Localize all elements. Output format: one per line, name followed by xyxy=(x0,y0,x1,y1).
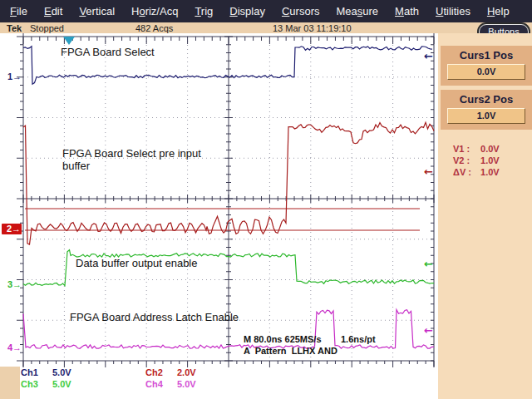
channel-scale-2: 2.0V xyxy=(177,367,196,377)
v1-label: V1 : xyxy=(453,143,478,155)
channel-readout-label-4: Ch4 xyxy=(145,379,163,389)
channel-marker-4[interactable]: 4→ xyxy=(0,342,22,353)
menu-item-vertical[interactable]: Vertical xyxy=(71,5,123,17)
resolution-readout: 1.6ns/pt xyxy=(341,334,376,344)
channel-scale-4: 5.0V xyxy=(177,379,196,389)
v2-label: V2 : xyxy=(453,155,478,166)
oscilloscope-app: FileEditVerticalHoriz/AcqTrigDisplayCurs… xyxy=(0,0,532,399)
side-panel: Curs1 Pos 0.0V Curs2 Pos 1.0V V1 : 0.0V … xyxy=(438,33,532,399)
edge-arrow-2: ← xyxy=(424,165,433,178)
cursor2-control: Curs2 Pos 1.0V xyxy=(441,90,532,130)
menu-item-math[interactable]: Math xyxy=(387,5,427,17)
trigger-position-marker[interactable] xyxy=(63,37,75,45)
cursor1-control: Curs1 Pos 0.0V xyxy=(441,46,532,86)
menu-item-cursors[interactable]: Cursors xyxy=(273,5,328,17)
trace-label-3: Data buffer output enable xyxy=(76,257,198,269)
channel-marker-3[interactable]: 3→ xyxy=(0,279,22,290)
cursor1-value-button[interactable]: 0.0V xyxy=(447,64,525,80)
channel-scale-1: 5.0V xyxy=(52,367,71,377)
v1-value: 0.0V xyxy=(480,143,500,155)
status-bar: Tek Stopped 482 Acqs 13 Mar 03 11:19:10 xyxy=(0,22,532,34)
cursor-v2-row: V2 : 1.0V xyxy=(453,155,500,166)
dv-value: 1.0V xyxy=(480,166,500,178)
datetime-label: 13 Mar 03 11:19:10 xyxy=(273,23,352,33)
cursor-readout: V1 : 0.0V V2 : 1.0V ΔV : 1.0V xyxy=(453,143,500,178)
waveform-display: ←←←← xyxy=(0,33,438,399)
menu-item-help[interactable]: Help xyxy=(479,5,518,17)
menu-item-horizacq[interactable]: Horiz/Acq xyxy=(123,5,186,17)
dv-label: ΔV : xyxy=(453,166,478,178)
timebase-readout: M 80.0ns 625MS/s xyxy=(244,334,322,344)
edge-arrow-3: ← xyxy=(424,258,433,270)
v2-value: 1.0V xyxy=(480,155,500,166)
edge-arrow-1: ← xyxy=(424,50,433,62)
channel-marker-1[interactable]: 1→ xyxy=(0,71,22,82)
trace-label-4: FPGA Board Address Latch Enable xyxy=(70,311,239,323)
acquisition-count: 482 Acqs xyxy=(135,23,173,33)
menu-item-file[interactable]: File xyxy=(2,5,36,17)
menu-item-trig[interactable]: Trig xyxy=(186,5,221,17)
menu-item-measure[interactable]: Measure xyxy=(328,5,387,17)
menu-bar: FileEditVerticalHoriz/AcqTrigDisplayCurs… xyxy=(0,0,532,22)
channel-marker-2[interactable]: 2→ xyxy=(2,224,22,234)
acquisition-state: Stopped xyxy=(30,23,64,33)
channel-readout-label-3: Ch3 xyxy=(21,379,38,389)
cursor2-value-button[interactable]: 1.0V xyxy=(447,108,525,124)
cursor-dv-row: ΔV : 1.0V xyxy=(453,166,500,178)
trace-label-1: FPGA Board Select xyxy=(61,46,155,58)
cursor-v1-row: V1 : 0.0V xyxy=(453,143,500,155)
channel-scale-3: 5.0V xyxy=(52,379,71,389)
menu-item-display[interactable]: Display xyxy=(221,5,273,17)
edge-arrow-4: ← xyxy=(424,324,433,337)
cursor2-title: Curs2 Pos xyxy=(441,90,532,106)
cursor1-title: Curs1 Pos xyxy=(441,46,532,62)
brand-label: Tek xyxy=(7,23,22,33)
menu-item-edit[interactable]: Edit xyxy=(36,5,71,17)
menu-item-utilities[interactable]: Utilities xyxy=(427,5,479,17)
trigger-readout: A Pattern LLHX AND xyxy=(244,346,337,356)
scope-screen: ←←←← FPGA Board SelectFPGA Board Select … xyxy=(0,33,438,399)
channel-readout-label-1: Ch1 xyxy=(21,367,38,377)
trace-label-2: FPGA Board Select pre inputbuffer xyxy=(62,147,201,172)
channel-readout-label-2: Ch2 xyxy=(145,367,163,377)
corner-patch xyxy=(0,367,20,399)
